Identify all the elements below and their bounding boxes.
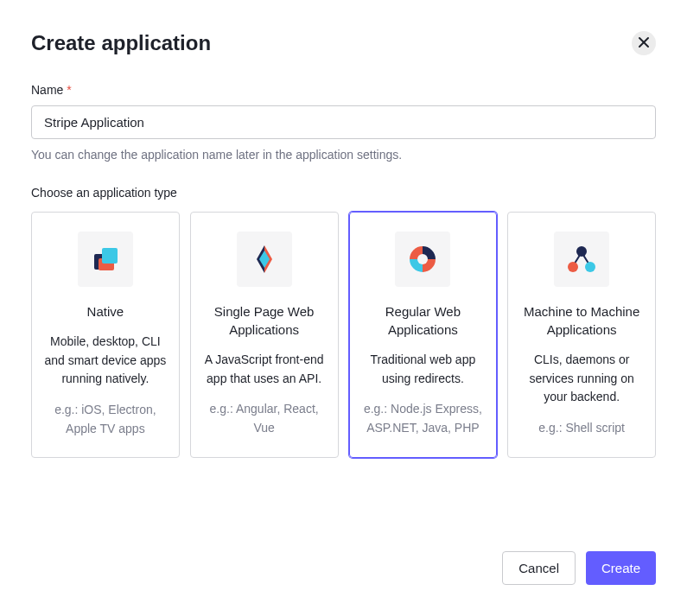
svg-point-11 bbox=[576, 246, 587, 257]
name-input[interactable] bbox=[31, 105, 656, 139]
type-title: Machine to Machine Applications bbox=[520, 302, 643, 339]
type-title: Single Page Web Applications bbox=[203, 302, 326, 339]
svg-point-13 bbox=[585, 262, 595, 272]
type-example: e.g.: iOS, Electron, Apple TV apps bbox=[44, 401, 167, 438]
type-desc: A JavaScript front-end app that uses an … bbox=[203, 351, 326, 388]
name-label-row: Name * bbox=[31, 83, 656, 97]
type-card-native[interactable]: Native Mobile, desktop, CLI and smart de… bbox=[31, 212, 180, 458]
dialog-footer: Cancel Create bbox=[502, 551, 656, 585]
required-indicator: * bbox=[67, 83, 71, 97]
type-desc: Traditional web app using redirects. bbox=[362, 351, 485, 388]
type-example: e.g.: Angular, React, Vue bbox=[203, 400, 326, 437]
type-section-label: Choose an application type bbox=[31, 186, 656, 200]
svg-point-8 bbox=[417, 254, 428, 264]
type-card-regular-web[interactable]: Regular Web Applications Traditional web… bbox=[349, 212, 498, 458]
close-icon bbox=[638, 36, 650, 51]
m2m-icon bbox=[554, 232, 609, 287]
type-desc: Mobile, desktop, CLI and smart device ap… bbox=[44, 333, 167, 389]
type-card-m2m[interactable]: Machine to Machine Applications CLIs, da… bbox=[507, 212, 656, 458]
type-example: e.g.: Node.js Express, ASP.NET, Java, PH… bbox=[362, 400, 485, 437]
spa-icon bbox=[237, 232, 292, 287]
name-label: Name bbox=[31, 83, 63, 97]
type-section: Choose an application type Native Mobile… bbox=[31, 186, 656, 458]
cancel-button[interactable]: Cancel bbox=[502, 551, 576, 585]
svg-rect-4 bbox=[102, 248, 118, 264]
name-field-group: Name * You can change the application na… bbox=[31, 83, 656, 162]
dialog-title: Create application bbox=[31, 31, 211, 55]
name-hint: You can change the application name late… bbox=[31, 148, 656, 162]
type-example: e.g.: Shell script bbox=[538, 419, 625, 438]
type-title: Native bbox=[87, 302, 124, 321]
svg-point-12 bbox=[568, 262, 578, 272]
type-desc: CLIs, daemons or services running on you… bbox=[520, 351, 643, 407]
type-title: Regular Web Applications bbox=[362, 302, 485, 339]
create-button[interactable]: Create bbox=[586, 551, 656, 585]
dialog-header: Create application bbox=[31, 31, 656, 55]
regular-web-icon bbox=[395, 232, 450, 287]
type-grid: Native Mobile, desktop, CLI and smart de… bbox=[31, 212, 656, 458]
type-card-spa[interactable]: Single Page Web Applications A JavaScrip… bbox=[190, 212, 339, 458]
close-button[interactable] bbox=[632, 31, 656, 55]
native-icon bbox=[78, 232, 133, 287]
